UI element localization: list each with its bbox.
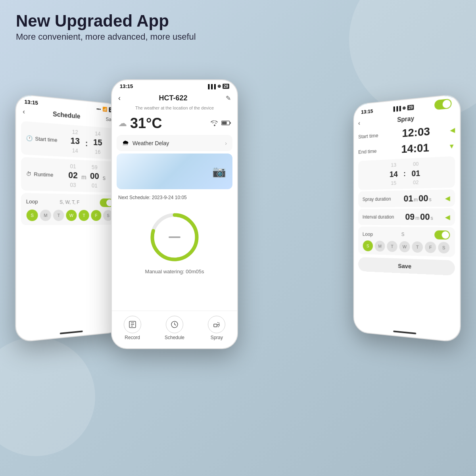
svg-rect-2 [222, 121, 227, 124]
day-sun-right[interactable]: S [363, 240, 373, 251]
min-bot: 16 [95, 148, 100, 155]
signal-icon-left: ▪▪▪ [97, 106, 101, 111]
day-mon-left[interactable]: M [40, 209, 51, 221]
signal-icon-center: ▐▐▐ [206, 84, 215, 89]
day-mon-right[interactable]: M [375, 241, 385, 252]
header-subtitle: More convenient, more advanced, more use… [16, 32, 196, 42]
spray-dur-unit-s: s [429, 197, 432, 202]
temperature-display: 31°C [130, 115, 162, 132]
rt-s-main: 00 [90, 171, 99, 182]
day-tue-left[interactable]: T [53, 210, 64, 221]
rt-min-col: 01 02 03 [66, 162, 80, 188]
status-time-right: 13:15 [361, 108, 373, 115]
interval-duration-block: Interval duration 09 m 00 s ◀ [358, 208, 455, 226]
svg-point-18 [219, 326, 219, 326]
water-control-circle[interactable] [149, 211, 200, 263]
rt-s-bot: 01 [92, 182, 97, 189]
min-top: 14 [95, 130, 100, 138]
center-nav: ‹ HCT-622 ✎ [112, 91, 237, 106]
phones-area: 13:15 ▪▪▪ 📶 29 ‹ Schedule Save 🕐 Start [0, 60, 476, 476]
header-title: New Upgraded App [16, 12, 196, 30]
nav-schedule[interactable]: Schedule [165, 316, 184, 340]
edit-button-center[interactable]: ✎ [226, 94, 231, 102]
wifi-icon-right: ⊛ [402, 105, 406, 111]
day-thu-left[interactable]: T [79, 210, 89, 221]
record-icon-circle [124, 316, 141, 333]
loop-block-right: Loop S S M T W T F S [358, 226, 455, 257]
device-title: HCT-622 [159, 94, 187, 102]
start-time-picker: 🕐 Start time 12 13 14 : 14 15 [21, 121, 118, 159]
start-time-label-right: Start time [358, 132, 384, 139]
weather-subtitle: The weather at the location of the devic… [112, 106, 237, 112]
right-phone: 13:15 ▐▐▐ ⊛ 29 ‹ Spray Start time 12:03 … [353, 94, 461, 343]
interval-duration-value-group: 09 m 00 s [405, 212, 433, 223]
min-main: 15 [93, 137, 102, 148]
min-col: 14 15 16 [90, 130, 106, 156]
hour-top: 12 [72, 128, 78, 136]
nav-spray[interactable]: Spray [208, 316, 225, 340]
device-status-icons [210, 119, 231, 128]
spray-main-toggle[interactable] [434, 98, 451, 110]
device-wifi-icon [210, 119, 219, 128]
svg-rect-12 [214, 324, 217, 327]
days-row-left: S M T W T F S [26, 209, 114, 221]
hour-bot: 14 [72, 147, 78, 154]
days-row-right: S M T W T F S [363, 240, 450, 253]
spray-dur-val: 01 [404, 194, 413, 204]
day-thu-right[interactable]: T [412, 242, 423, 253]
end-time-label-right: End time [358, 148, 384, 155]
loop-toggle-right[interactable] [434, 230, 450, 240]
home-indicator-right [393, 330, 416, 334]
center-phone: 13:15 ▐▐▐ ⊛ 29 ‹ HCT-622 ✎ The weather a… [111, 79, 238, 349]
day-fri-left[interactable]: F [91, 210, 101, 221]
spray-label: Spray [211, 335, 223, 340]
timer-icon-left: ⏱ [26, 171, 31, 177]
spy-m-bot: 02 [413, 179, 418, 186]
hour-main: 13 [70, 135, 80, 147]
svg-point-15 [219, 322, 219, 323]
rt-min-unit: m [81, 174, 86, 181]
day-fri-right[interactable]: F [425, 242, 436, 253]
interval-dur-val-s: 00 [420, 212, 430, 223]
battery-icon-right: 29 [407, 104, 414, 110]
interval-dur-arrow: ◀ [445, 213, 450, 221]
rt-m-bot: 03 [70, 181, 76, 189]
interval-dur-unit-s: s [431, 215, 433, 221]
weather-delay-row[interactable]: 🌧 Weather Delay › [117, 135, 232, 151]
day-wed-left[interactable]: W [66, 210, 77, 221]
status-time-left: 13:15 [24, 98, 38, 106]
status-icons-center: ▐▐▐ ⊛ 29 [206, 84, 229, 89]
loop-label-left: Loop [26, 199, 38, 205]
left-phone: 13:15 ▪▪▪ 📶 29 ‹ Schedule Save 🕐 Start [15, 94, 123, 343]
day-tue-right[interactable]: T [387, 241, 397, 252]
back-button-center[interactable]: ‹ [118, 94, 121, 102]
spray-dur-val-s: 00 [418, 193, 428, 204]
spy-h-main: 14 [390, 169, 398, 180]
start-time-cols: 12 13 14 : 14 15 16 [58, 127, 113, 156]
svg-point-16 [219, 324, 220, 324]
svg-point-14 [217, 322, 218, 323]
interval-duration-label: Interval duration [363, 214, 394, 220]
rt-s-top: 59 [92, 163, 97, 171]
day-sun-left[interactable]: S [27, 209, 38, 221]
right-phone-screen: 13:15 ▐▐▐ ⊛ 29 ‹ Spray Start time 12:03 … [354, 94, 460, 342]
hour-col: 12 13 14 [67, 128, 83, 154]
nav-record[interactable]: Record [124, 316, 141, 340]
spray-dur-arrow: ◀ [445, 194, 450, 202]
header-area: New Upgraded App More convenient, more a… [16, 12, 196, 42]
end-time-picker: 13 14 15 : 00 01 02 [358, 156, 455, 190]
rt-sec-col: 59 00 01 [88, 163, 101, 189]
spray-dur-unit-m: m [414, 197, 418, 203]
svg-point-19 [219, 325, 220, 326]
weather-delay-text: Weather Delay [132, 140, 225, 146]
spray-duration-block: Spray duration 01 m 00 s ◀ [358, 189, 455, 207]
water-circle-container [112, 203, 237, 266]
rt-m-main: 02 [68, 170, 78, 181]
spy-m-col: 00 01 02 [408, 160, 424, 186]
day-wed-right[interactable]: W [399, 241, 410, 253]
schedule-label: Schedule [165, 335, 184, 340]
spray-icon-circle [208, 316, 225, 333]
wifi-icon-center: ⊛ [217, 84, 221, 89]
save-button-right[interactable]: Save [358, 257, 455, 276]
day-sat-right[interactable]: S [438, 242, 449, 254]
